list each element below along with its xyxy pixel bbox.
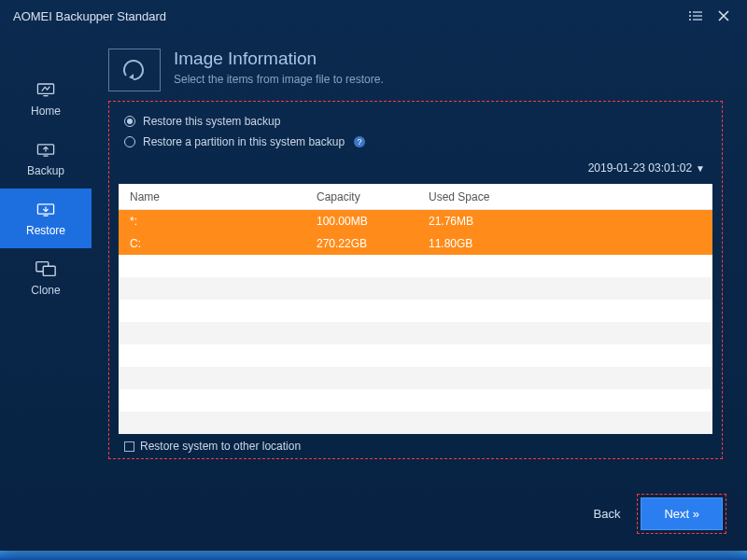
table-row <box>119 389 712 412</box>
radio-icon <box>124 136 135 147</box>
sidebar-item-label: Restore <box>26 224 65 237</box>
svg-rect-13 <box>43 266 55 275</box>
titlebar: AOMEI Backupper Standard <box>0 0 747 32</box>
cell-capacity: 270.22GB <box>305 237 417 250</box>
info-icon[interactable]: ? <box>354 136 365 147</box>
clone-icon <box>35 259 57 278</box>
page-header: Image Information Select the items from … <box>108 49 723 91</box>
sidebar-item-label: Clone <box>31 284 60 297</box>
taskbar <box>0 551 747 560</box>
footer: Back Next » <box>594 494 726 534</box>
close-icon[interactable] <box>713 6 734 26</box>
svg-rect-6 <box>37 84 53 93</box>
backup-icon <box>35 140 57 159</box>
sidebar-item-home[interactable]: Home <box>0 69 92 129</box>
svg-rect-1 <box>693 11 702 12</box>
partition-table: Name Capacity Used Space *: 100.00MB 21.… <box>119 184 712 434</box>
restore-icon <box>35 200 57 218</box>
home-icon <box>35 80 57 99</box>
app-window: AOMEI Backupper Standard Home Backup <box>0 0 747 551</box>
sidebar-item-label: Backup <box>27 164 64 177</box>
radio-restore-system[interactable]: Restore this system backup <box>124 115 712 128</box>
svg-point-2 <box>689 15 691 17</box>
cell-name: *: <box>119 215 305 228</box>
sidebar: Home Backup Restore Clone <box>0 32 92 551</box>
highlight-area: Restore this system backup Restore a par… <box>108 101 723 459</box>
svg-rect-5 <box>693 19 702 20</box>
col-name: Name <box>119 190 305 203</box>
app-title: AOMEI Backupper Standard <box>13 9 678 23</box>
radio-label: Restore a partition in this system backu… <box>143 135 345 148</box>
cell-name: C: <box>119 237 305 250</box>
table-header: Name Capacity Used Space <box>119 184 712 210</box>
page-title: Image Information <box>174 49 384 69</box>
back-button[interactable]: Back <box>594 507 621 521</box>
svg-rect-3 <box>693 15 702 16</box>
timestamp-dropdown[interactable]: 2019-01-23 03:01:02▼ <box>119 156 712 184</box>
svg-rect-11 <box>43 215 48 216</box>
cell-capacity: 100.00MB <box>305 215 417 228</box>
table-row[interactable]: C: 270.22GB 11.80GB <box>119 232 712 255</box>
checkbox-label: Restore system to other location <box>140 440 301 453</box>
radio-label: Restore this system backup <box>143 115 280 128</box>
restore-other-location[interactable]: Restore system to other location <box>124 440 712 453</box>
table-row <box>119 322 712 344</box>
svg-rect-7 <box>43 95 48 96</box>
next-button[interactable]: Next » <box>641 497 723 530</box>
chevron-down-icon: ▼ <box>696 163 705 174</box>
timestamp-text: 2019-01-23 03:01:02 <box>588 161 692 175</box>
next-button-label: Next » <box>664 507 699 521</box>
table-row[interactable]: *: 100.00MB 21.76MB <box>119 210 712 232</box>
table-row <box>119 367 712 389</box>
col-capacity: Capacity <box>305 190 417 203</box>
cell-used: 21.76MB <box>417 215 712 228</box>
page-subtitle: Select the items from image file to rest… <box>174 73 384 86</box>
radio-icon <box>124 116 135 127</box>
svg-rect-9 <box>43 155 48 156</box>
table-row <box>119 300 712 322</box>
sidebar-item-clone[interactable]: Clone <box>0 248 92 308</box>
content: Image Information Select the items from … <box>92 32 747 551</box>
checkbox-icon <box>124 441 134 452</box>
main: Home Backup Restore Clone <box>0 32 747 551</box>
sidebar-item-label: Home <box>31 105 61 118</box>
col-used: Used Space <box>417 190 712 203</box>
cell-used: 11.80GB <box>417 237 712 250</box>
table-row <box>119 255 712 277</box>
svg-point-0 <box>689 11 691 13</box>
svg-point-4 <box>689 19 691 21</box>
menu-icon[interactable] <box>685 6 706 26</box>
radio-restore-partition[interactable]: Restore a partition in this system backu… <box>124 135 712 148</box>
table-row <box>119 412 712 434</box>
next-highlight: Next » <box>637 494 726 534</box>
table-row <box>119 277 712 300</box>
page-header-icon <box>108 49 161 91</box>
sidebar-item-backup[interactable]: Backup <box>0 129 92 189</box>
sidebar-item-restore[interactable]: Restore <box>0 189 92 248</box>
table-row <box>119 344 712 367</box>
